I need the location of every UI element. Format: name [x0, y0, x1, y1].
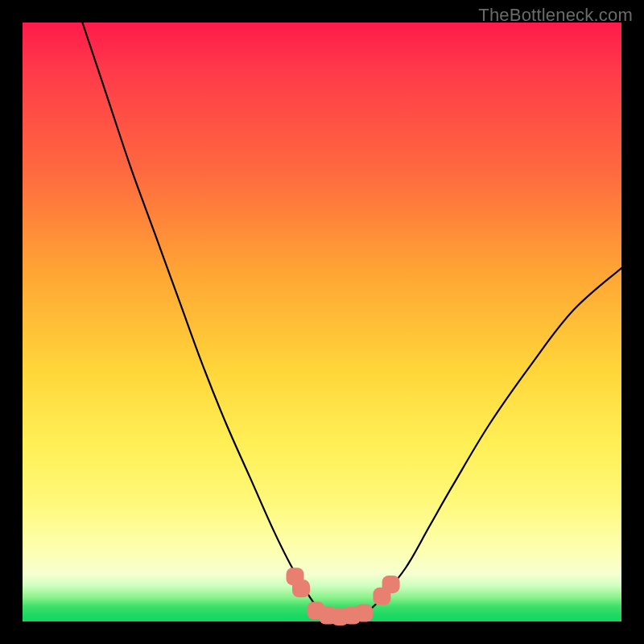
curve-marker	[292, 580, 310, 597]
curve-markers	[23, 23, 621, 621]
attribution-text: TheBottleneck.com	[478, 5, 633, 26]
curve-marker	[382, 576, 400, 593]
curve-marker	[355, 605, 373, 622]
chart-plot-area	[23, 23, 621, 621]
chart-frame: TheBottleneck.com	[0, 0, 644, 644]
